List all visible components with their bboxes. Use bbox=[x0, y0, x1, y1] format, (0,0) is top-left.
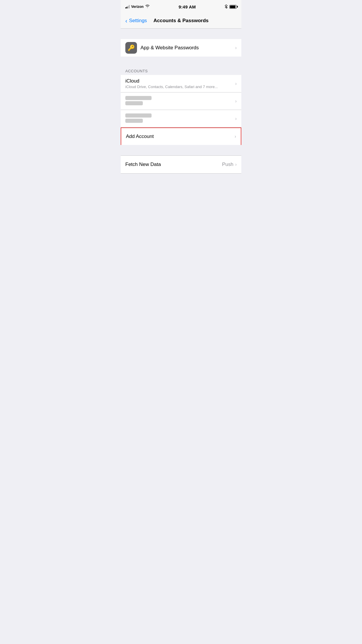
add-account-chevron-icon: › bbox=[235, 134, 236, 139]
fetch-new-data-content: Fetch New Data bbox=[125, 162, 222, 167]
account-2-content bbox=[125, 96, 235, 106]
icloud-row[interactable]: iCloud iCloud Drive, Contacts, Calendars… bbox=[121, 75, 241, 92]
account-2-right: › bbox=[235, 99, 237, 104]
account-3-title-blurred bbox=[125, 113, 152, 118]
account-3-subtitle-blurred bbox=[125, 119, 143, 123]
time-label: 9:49 AM bbox=[179, 4, 196, 9]
app-website-passwords-label: App & Website Passwords bbox=[140, 45, 235, 51]
account-2-title-blurred bbox=[125, 96, 152, 100]
wifi-icon bbox=[145, 4, 150, 9]
passwords-section: 🔑 App & Website Passwords › bbox=[121, 39, 241, 57]
icloud-content: iCloud iCloud Drive, Contacts, Calendars… bbox=[125, 78, 235, 89]
icloud-chevron-icon: › bbox=[235, 81, 237, 86]
app-website-passwords-content: App & Website Passwords bbox=[140, 45, 235, 51]
account-3-content bbox=[125, 113, 235, 124]
app-website-passwords-row[interactable]: 🔑 App & Website Passwords › bbox=[121, 39, 241, 57]
add-account-right: › bbox=[235, 134, 236, 139]
section-gap-top bbox=[121, 29, 241, 39]
page-title: Accounts & Passwords bbox=[154, 18, 209, 24]
add-account-content: Add Account bbox=[126, 134, 235, 139]
bottom-area bbox=[121, 174, 241, 290]
fetch-new-data-label: Fetch New Data bbox=[125, 162, 222, 167]
fetch-section: Fetch New Data Push › bbox=[121, 155, 241, 174]
battery-icon bbox=[229, 5, 237, 9]
back-button[interactable]: ‹ Settings bbox=[125, 18, 147, 24]
chevron-right-icon: › bbox=[235, 45, 237, 50]
back-chevron-icon: ‹ bbox=[125, 18, 127, 24]
account-3-right: › bbox=[235, 116, 237, 121]
accounts-list: iCloud iCloud Drive, Contacts, Calendars… bbox=[121, 75, 241, 145]
fetch-new-data-value: Push bbox=[222, 162, 233, 167]
section-gap-accounts bbox=[121, 57, 241, 67]
icloud-title: iCloud bbox=[125, 78, 235, 84]
section-divider bbox=[121, 145, 241, 155]
back-label: Settings bbox=[129, 18, 147, 24]
fetch-new-data-chevron-icon: › bbox=[235, 162, 237, 167]
bluetooth-icon bbox=[225, 4, 228, 9]
fetch-new-data-right: Push › bbox=[222, 162, 237, 167]
account-3-row[interactable]: › bbox=[121, 110, 241, 127]
nav-bar: ‹ Settings Accounts & Passwords bbox=[121, 13, 241, 29]
account-3-chevron-icon: › bbox=[235, 116, 237, 121]
fetch-new-data-row[interactable]: Fetch New Data Push › bbox=[121, 156, 241, 173]
status-left: Verizon bbox=[125, 4, 150, 9]
add-account-row[interactable]: Add Account › bbox=[121, 127, 241, 145]
app-website-passwords-right: › bbox=[235, 45, 237, 50]
account-2-row[interactable]: › bbox=[121, 92, 241, 110]
accounts-section-header: ACCOUNTS bbox=[121, 67, 241, 75]
signal-bars-icon bbox=[125, 5, 130, 8]
icloud-right: › bbox=[235, 81, 237, 86]
status-bar: Verizon 9:49 AM bbox=[121, 0, 241, 13]
icloud-subtitle: iCloud Drive, Contacts, Calendars, Safar… bbox=[125, 85, 235, 89]
key-icon: 🔑 bbox=[128, 44, 135, 51]
account-2-subtitle-blurred bbox=[125, 101, 143, 105]
add-account-label: Add Account bbox=[126, 134, 235, 139]
key-icon-container: 🔑 bbox=[125, 42, 137, 54]
status-right bbox=[225, 4, 237, 9]
carrier-label: Verizon bbox=[131, 5, 144, 9]
account-2-chevron-icon: › bbox=[235, 99, 237, 104]
